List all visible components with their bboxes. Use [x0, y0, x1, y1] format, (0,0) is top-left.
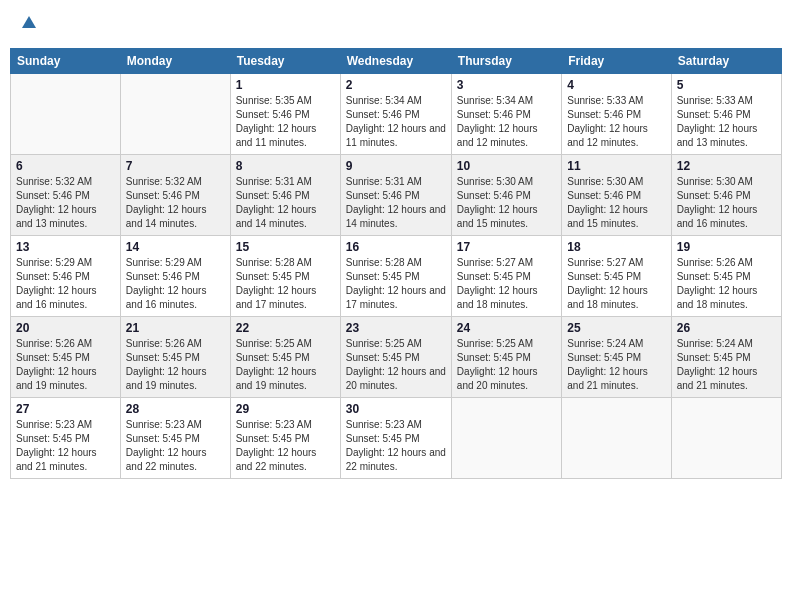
calendar-cell: [562, 398, 671, 479]
calendar-cell: [120, 74, 230, 155]
calendar-cell: 26Sunrise: 5:24 AM Sunset: 5:45 PM Dayli…: [671, 317, 781, 398]
calendar-cell: 12Sunrise: 5:30 AM Sunset: 5:46 PM Dayli…: [671, 155, 781, 236]
day-info: Sunrise: 5:26 AM Sunset: 5:45 PM Dayligh…: [16, 337, 115, 393]
svg-marker-0: [22, 16, 36, 28]
day-info: Sunrise: 5:28 AM Sunset: 5:45 PM Dayligh…: [346, 256, 446, 312]
day-number: 15: [236, 240, 335, 254]
day-info: Sunrise: 5:32 AM Sunset: 5:46 PM Dayligh…: [16, 175, 115, 231]
day-info: Sunrise: 5:34 AM Sunset: 5:46 PM Dayligh…: [457, 94, 556, 150]
day-number: 8: [236, 159, 335, 173]
calendar-cell: 18Sunrise: 5:27 AM Sunset: 5:45 PM Dayli…: [562, 236, 671, 317]
day-info: Sunrise: 5:24 AM Sunset: 5:45 PM Dayligh…: [677, 337, 776, 393]
day-info: Sunrise: 5:25 AM Sunset: 5:45 PM Dayligh…: [346, 337, 446, 393]
calendar-header-row: SundayMondayTuesdayWednesdayThursdayFrid…: [11, 49, 782, 74]
day-number: 12: [677, 159, 776, 173]
day-info: Sunrise: 5:24 AM Sunset: 5:45 PM Dayligh…: [567, 337, 665, 393]
calendar-cell: 9Sunrise: 5:31 AM Sunset: 5:46 PM Daylig…: [340, 155, 451, 236]
day-number: 30: [346, 402, 446, 416]
calendar-day-header: Sunday: [11, 49, 121, 74]
day-number: 13: [16, 240, 115, 254]
calendar-week-row: 6Sunrise: 5:32 AM Sunset: 5:46 PM Daylig…: [11, 155, 782, 236]
day-number: 21: [126, 321, 225, 335]
day-info: Sunrise: 5:26 AM Sunset: 5:45 PM Dayligh…: [126, 337, 225, 393]
day-number: 29: [236, 402, 335, 416]
day-number: 2: [346, 78, 446, 92]
calendar-cell: 7Sunrise: 5:32 AM Sunset: 5:46 PM Daylig…: [120, 155, 230, 236]
day-info: Sunrise: 5:29 AM Sunset: 5:46 PM Dayligh…: [16, 256, 115, 312]
day-info: Sunrise: 5:30 AM Sunset: 5:46 PM Dayligh…: [457, 175, 556, 231]
day-number: 11: [567, 159, 665, 173]
calendar-cell: 2Sunrise: 5:34 AM Sunset: 5:46 PM Daylig…: [340, 74, 451, 155]
day-number: 16: [346, 240, 446, 254]
calendar-cell: 6Sunrise: 5:32 AM Sunset: 5:46 PM Daylig…: [11, 155, 121, 236]
calendar-cell: 29Sunrise: 5:23 AM Sunset: 5:45 PM Dayli…: [230, 398, 340, 479]
logo: [18, 14, 38, 36]
calendar-cell: 8Sunrise: 5:31 AM Sunset: 5:46 PM Daylig…: [230, 155, 340, 236]
calendar-cell: 5Sunrise: 5:33 AM Sunset: 5:46 PM Daylig…: [671, 74, 781, 155]
day-info: Sunrise: 5:23 AM Sunset: 5:45 PM Dayligh…: [236, 418, 335, 474]
day-number: 5: [677, 78, 776, 92]
day-info: Sunrise: 5:25 AM Sunset: 5:45 PM Dayligh…: [236, 337, 335, 393]
calendar-cell: 11Sunrise: 5:30 AM Sunset: 5:46 PM Dayli…: [562, 155, 671, 236]
calendar-cell: 21Sunrise: 5:26 AM Sunset: 5:45 PM Dayli…: [120, 317, 230, 398]
calendar-day-header: Thursday: [451, 49, 561, 74]
day-number: 27: [16, 402, 115, 416]
day-info: Sunrise: 5:31 AM Sunset: 5:46 PM Dayligh…: [236, 175, 335, 231]
calendar-cell: 27Sunrise: 5:23 AM Sunset: 5:45 PM Dayli…: [11, 398, 121, 479]
day-number: 9: [346, 159, 446, 173]
day-info: Sunrise: 5:26 AM Sunset: 5:45 PM Dayligh…: [677, 256, 776, 312]
calendar-cell: [11, 74, 121, 155]
calendar-cell: 16Sunrise: 5:28 AM Sunset: 5:45 PM Dayli…: [340, 236, 451, 317]
day-info: Sunrise: 5:23 AM Sunset: 5:45 PM Dayligh…: [346, 418, 446, 474]
day-number: 7: [126, 159, 225, 173]
page-header: [10, 10, 782, 40]
day-info: Sunrise: 5:34 AM Sunset: 5:46 PM Dayligh…: [346, 94, 446, 150]
calendar-cell: [451, 398, 561, 479]
day-info: Sunrise: 5:25 AM Sunset: 5:45 PM Dayligh…: [457, 337, 556, 393]
day-number: 22: [236, 321, 335, 335]
calendar-cell: 17Sunrise: 5:27 AM Sunset: 5:45 PM Dayli…: [451, 236, 561, 317]
day-info: Sunrise: 5:28 AM Sunset: 5:45 PM Dayligh…: [236, 256, 335, 312]
calendar-cell: 25Sunrise: 5:24 AM Sunset: 5:45 PM Dayli…: [562, 317, 671, 398]
calendar-cell: 23Sunrise: 5:25 AM Sunset: 5:45 PM Dayli…: [340, 317, 451, 398]
calendar-day-header: Friday: [562, 49, 671, 74]
day-number: 3: [457, 78, 556, 92]
day-number: 24: [457, 321, 556, 335]
day-info: Sunrise: 5:33 AM Sunset: 5:46 PM Dayligh…: [567, 94, 665, 150]
day-number: 6: [16, 159, 115, 173]
calendar-day-header: Tuesday: [230, 49, 340, 74]
calendar-cell: 3Sunrise: 5:34 AM Sunset: 5:46 PM Daylig…: [451, 74, 561, 155]
calendar-week-row: 1Sunrise: 5:35 AM Sunset: 5:46 PM Daylig…: [11, 74, 782, 155]
calendar-week-row: 27Sunrise: 5:23 AM Sunset: 5:45 PM Dayli…: [11, 398, 782, 479]
day-info: Sunrise: 5:23 AM Sunset: 5:45 PM Dayligh…: [126, 418, 225, 474]
day-number: 10: [457, 159, 556, 173]
calendar-cell: 30Sunrise: 5:23 AM Sunset: 5:45 PM Dayli…: [340, 398, 451, 479]
day-number: 14: [126, 240, 225, 254]
day-number: 28: [126, 402, 225, 416]
calendar-cell: 4Sunrise: 5:33 AM Sunset: 5:46 PM Daylig…: [562, 74, 671, 155]
day-info: Sunrise: 5:27 AM Sunset: 5:45 PM Dayligh…: [457, 256, 556, 312]
logo-arrow-icon: [20, 14, 38, 32]
day-number: 17: [457, 240, 556, 254]
day-info: Sunrise: 5:35 AM Sunset: 5:46 PM Dayligh…: [236, 94, 335, 150]
day-info: Sunrise: 5:29 AM Sunset: 5:46 PM Dayligh…: [126, 256, 225, 312]
day-number: 26: [677, 321, 776, 335]
day-info: Sunrise: 5:23 AM Sunset: 5:45 PM Dayligh…: [16, 418, 115, 474]
day-info: Sunrise: 5:33 AM Sunset: 5:46 PM Dayligh…: [677, 94, 776, 150]
calendar-cell: [671, 398, 781, 479]
calendar-cell: 22Sunrise: 5:25 AM Sunset: 5:45 PM Dayli…: [230, 317, 340, 398]
calendar-cell: 15Sunrise: 5:28 AM Sunset: 5:45 PM Dayli…: [230, 236, 340, 317]
day-number: 4: [567, 78, 665, 92]
calendar-cell: 13Sunrise: 5:29 AM Sunset: 5:46 PM Dayli…: [11, 236, 121, 317]
calendar-cell: 1Sunrise: 5:35 AM Sunset: 5:46 PM Daylig…: [230, 74, 340, 155]
calendar-cell: 20Sunrise: 5:26 AM Sunset: 5:45 PM Dayli…: [11, 317, 121, 398]
calendar-cell: 28Sunrise: 5:23 AM Sunset: 5:45 PM Dayli…: [120, 398, 230, 479]
calendar-day-header: Saturday: [671, 49, 781, 74]
day-number: 18: [567, 240, 665, 254]
calendar-day-header: Wednesday: [340, 49, 451, 74]
calendar-cell: 14Sunrise: 5:29 AM Sunset: 5:46 PM Dayli…: [120, 236, 230, 317]
day-info: Sunrise: 5:30 AM Sunset: 5:46 PM Dayligh…: [677, 175, 776, 231]
day-number: 25: [567, 321, 665, 335]
day-number: 1: [236, 78, 335, 92]
day-info: Sunrise: 5:32 AM Sunset: 5:46 PM Dayligh…: [126, 175, 225, 231]
